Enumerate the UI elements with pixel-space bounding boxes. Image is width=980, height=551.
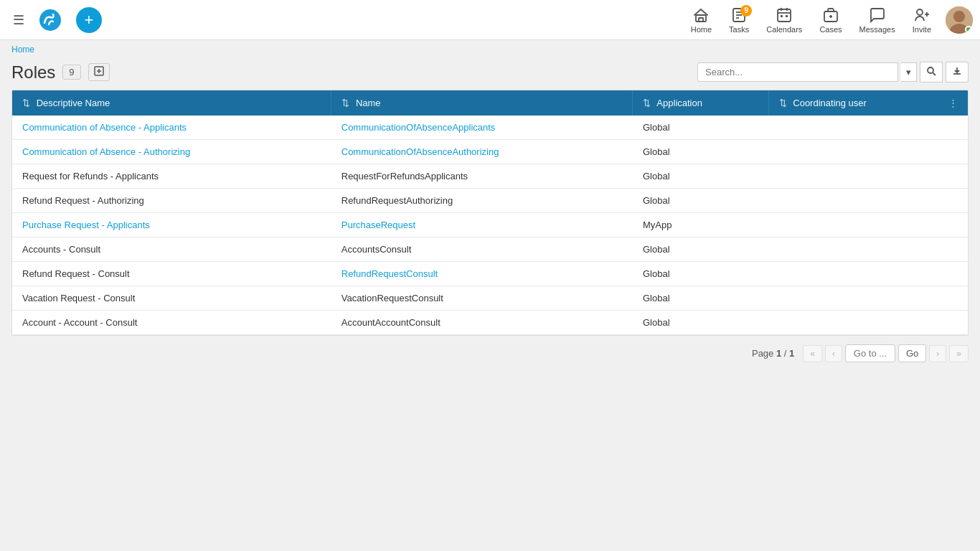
nav-icons: Home 9 Tasks Calendars — [684, 4, 973, 37]
cell-application: Global — [633, 311, 768, 335]
cell-coordinating-user — [768, 116, 968, 140]
breadcrumb[interactable]: Home — [0, 40, 980, 59]
cell-application: Global — [633, 140, 768, 164]
table-row: Communication of Absence - Applicants Co… — [12, 116, 968, 140]
page-title: Roles — [11, 62, 55, 83]
pagination: Page 1 / 1 « ‹ Go › » — [0, 336, 980, 371]
cell-name: AccountsConsult — [331, 237, 633, 262]
cell-coordinating-user — [768, 237, 968, 262]
search-dropdown-button[interactable]: ▾ — [901, 62, 917, 82]
cell-coordinating-user — [768, 286, 968, 311]
col-descriptive-name[interactable]: ⇅ Descriptive Name — [12, 90, 331, 116]
nav-cases[interactable]: Cases — [812, 4, 849, 37]
svg-point-0 — [39, 9, 61, 31]
online-indicator — [965, 26, 972, 33]
nav-messages-label: Messages — [859, 25, 895, 34]
nav-calendars[interactable]: Calendars — [759, 4, 809, 37]
table-header-row: ⇅ Descriptive Name ⇅ Name ⇅ Application … — [12, 90, 968, 116]
cell-application: Global — [633, 116, 768, 140]
cell-coordinating-user — [768, 311, 968, 335]
cell-name: AccountAccountConsult — [331, 311, 633, 335]
cell-descriptive-name: Refund Request - Consult — [12, 262, 331, 286]
column-menu-icon[interactable]: ⋮ — [948, 98, 958, 108]
cell-descriptive-name: Account - Account - Consult — [12, 311, 331, 335]
svg-rect-7 — [778, 9, 791, 22]
sort-icon-descriptive-name: ⇅ — [22, 98, 30, 108]
next-page-button[interactable]: › — [929, 345, 946, 362]
table-row: Refund Request - Consult RefundRequestCo… — [12, 262, 968, 286]
add-button[interactable]: + — [76, 7, 102, 33]
col-application[interactable]: ⇅ Application — [633, 90, 768, 116]
col-descriptive-name-label: Descriptive Name — [37, 98, 110, 108]
col-name-label: Name — [356, 98, 381, 108]
cell-coordinating-user — [768, 213, 968, 237]
svg-rect-12 — [786, 15, 788, 17]
svg-point-16 — [917, 9, 923, 15]
export-button[interactable] — [88, 63, 110, 81]
nav-home[interactable]: Home — [684, 4, 719, 37]
cell-coordinating-user — [768, 189, 968, 213]
search-button[interactable] — [920, 62, 943, 83]
sort-icon-application: ⇅ — [643, 98, 651, 108]
table-row: Purchase Request - Applicants PurchaseRe… — [12, 213, 968, 237]
cell-descriptive-name: Request for Refunds - Applicants — [12, 164, 331, 189]
table-row: Request for Refunds - Applicants Request… — [12, 164, 968, 189]
hamburger-menu[interactable]: ☰ — [7, 6, 30, 34]
search-input[interactable] — [697, 62, 898, 82]
cell-descriptive-name: Accounts - Consult — [12, 237, 331, 262]
roles-table: ⇅ Descriptive Name ⇅ Name ⇅ Application … — [12, 90, 968, 335]
nav-tasks[interactable]: 9 Tasks — [722, 4, 756, 37]
svg-rect-2 — [699, 18, 703, 22]
roles-table-container: ⇅ Descriptive Name ⇅ Name ⇅ Application … — [11, 90, 969, 336]
nav-calendars-label: Calendars — [766, 25, 802, 34]
nav-home-label: Home — [691, 25, 712, 34]
table-row: Communication of Absence - Authorizing C… — [12, 140, 968, 164]
cell-descriptive-name: Vacation Request - Consult — [12, 286, 331, 311]
cell-coordinating-user — [768, 262, 968, 286]
page-header: Roles 9 ▾ — [0, 59, 980, 90]
col-name[interactable]: ⇅ Name — [331, 90, 633, 116]
nav-tasks-label: Tasks — [729, 25, 749, 34]
cell-application: Global — [633, 237, 768, 262]
cell-application: Global — [633, 262, 768, 286]
cell-name: VacationRequestConsult — [331, 286, 633, 311]
page-label: Page — [752, 348, 773, 359]
top-navigation: ☰ + Home 9 Tasks — [0, 0, 980, 40]
col-coordinating-user-label: Coordinating user — [793, 98, 867, 108]
nav-invite[interactable]: Invite — [905, 4, 938, 37]
pagination-info: Page 1 / 1 — [752, 348, 794, 359]
download-button[interactable] — [946, 62, 969, 83]
cell-descriptive-name[interactable]: Communication of Absence - Authorizing — [12, 140, 331, 164]
svg-point-20 — [953, 11, 965, 22]
cell-name[interactable]: PurchaseRequest — [331, 213, 633, 237]
page-goto-input[interactable] — [845, 344, 895, 362]
cell-name: RequestForRefundsApplicants — [331, 164, 633, 189]
prev-page-button[interactable]: ‹ — [825, 345, 842, 362]
cell-descriptive-name[interactable]: Communication of Absence - Applicants — [12, 116, 331, 140]
goto-button[interactable]: Go — [898, 344, 926, 362]
table-row: Vacation Request - Consult VacationReque… — [12, 286, 968, 311]
col-coordinating-user[interactable]: ⇅ Coordinating user ⋮ — [768, 90, 968, 116]
nav-cases-label: Cases — [819, 25, 842, 34]
col-application-label: Application — [656, 98, 702, 108]
cell-application: Global — [633, 189, 768, 213]
cell-name[interactable]: RefundRequestConsult — [331, 262, 633, 286]
cell-application: Global — [633, 164, 768, 189]
search-area: ▾ — [697, 62, 969, 83]
cell-descriptive-name: Refund Request - Authorizing — [12, 189, 331, 213]
first-page-button[interactable]: « — [803, 345, 822, 362]
user-avatar[interactable] — [946, 6, 973, 34]
svg-line-26 — [933, 73, 936, 76]
nav-messages[interactable]: Messages — [852, 4, 903, 37]
cell-name[interactable]: CommunicationOfAbsenceAuthorizing — [331, 140, 633, 164]
cell-name: RefundRequestAuthorizing — [331, 189, 633, 213]
cell-descriptive-name[interactable]: Purchase Request - Applicants — [12, 213, 331, 237]
table-row: Account - Account - Consult AccountAccou… — [12, 311, 968, 335]
app-logo — [36, 6, 65, 34]
last-page-button[interactable]: » — [949, 345, 969, 362]
current-page: 1 — [776, 348, 781, 359]
tasks-badge: 9 — [740, 5, 752, 17]
table-row: Refund Request - Authorizing RefundReque… — [12, 189, 968, 213]
cell-name[interactable]: CommunicationOfAbsenceApplicants — [331, 116, 633, 140]
cell-coordinating-user — [768, 140, 968, 164]
